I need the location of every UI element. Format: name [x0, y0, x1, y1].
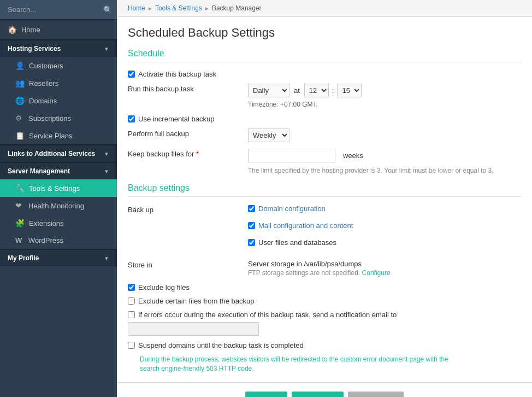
- sidebar-item-home[interactable]: 🏠 Home: [0, 20, 117, 39]
- sidebar-item-domains-label: Domains: [29, 97, 57, 105]
- links-arrow: ▼: [104, 151, 109, 157]
- breadcrumb-home[interactable]: Home: [128, 4, 145, 12]
- run-frequency-select[interactable]: Daily Weekly Monthly: [248, 84, 289, 97]
- exclude-log-checkbox[interactable]: [128, 284, 135, 291]
- store-in-ftp: FTP storage settings are not specified. …: [248, 269, 391, 277]
- suspend-row: Suspend domains until the backup task is…: [128, 341, 521, 349]
- domain-config-checkbox[interactable]: [248, 205, 255, 212]
- sidebar-section-links[interactable]: Links to Additional Services ▼: [0, 145, 117, 162]
- breadcrumb-tools[interactable]: Tools & Settings: [155, 4, 202, 12]
- suspend-label: Suspend domains until the backup task is…: [138, 341, 304, 349]
- sidebar-section-hosting-services[interactable]: Hosting Services ▼: [0, 40, 117, 57]
- backup-settings-title: Backup settings: [128, 183, 521, 197]
- mail-config-row: Mail configuration and content: [248, 221, 353, 230]
- sidebar-section-server-management[interactable]: Server Management ▼: [0, 162, 117, 179]
- at-text: at: [294, 86, 300, 95]
- notification-row: If errors occur during the execution of …: [128, 311, 521, 336]
- exclude-certain-row: Exclude certain files from the backup: [128, 297, 521, 305]
- ok-button[interactable]: OK: [245, 392, 287, 397]
- activate-checkbox[interactable]: [128, 71, 135, 78]
- required-star: *: [196, 150, 199, 158]
- keep-files-input[interactable]: 3: [248, 149, 335, 162]
- sidebar-item-health-monitoring[interactable]: ❤ Health Monitoring: [0, 197, 117, 214]
- sidebar-item-service-plans-label: Service Plans: [29, 132, 72, 140]
- sidebar-item-health-monitoring-label: Health Monitoring: [28, 202, 84, 210]
- exclude-log-row: Exclude log files: [128, 283, 521, 291]
- page-content: Scheduled Backup Settings Schedule Activ…: [117, 17, 532, 382]
- suspend-checkbox[interactable]: [128, 342, 135, 349]
- store-in-value-group: Server storage in /var/lib/psa/dumps FTP…: [248, 260, 391, 277]
- backup-options-group: Domain configuration Mail configuration …: [248, 205, 353, 252]
- timezone-text: Timezone: +07:00 GMT.: [248, 101, 434, 108]
- activate-row: Activate this backup task: [128, 70, 521, 78]
- domain-config-row: Domain configuration: [248, 205, 353, 213]
- hosting-services-arrow: ▼: [104, 46, 109, 52]
- mail-config-checkbox[interactable]: [248, 222, 255, 229]
- sidebar-item-subscriptions[interactable]: ⚙ Subscriptions: [0, 109, 117, 127]
- user-files-label: User files and databases: [258, 238, 336, 247]
- notification-label: If errors occur during the execution of …: [138, 311, 397, 319]
- sidebar-section-links-label: Links to Additional Services: [8, 150, 95, 157]
- breadcrumb-current: Backup Manager: [212, 4, 262, 12]
- sidebar-item-customers-label: Customers: [29, 62, 63, 70]
- exclude-certain-label: Exclude certain files from the backup: [138, 297, 254, 305]
- ftp-label: FTP storage settings are not specified.: [248, 269, 360, 277]
- notification-checkbox[interactable]: [128, 311, 135, 318]
- server-management-arrow: ▼: [104, 168, 109, 174]
- sidebar-item-service-plans[interactable]: 📋 Service Plans: [0, 127, 117, 144]
- incremental-checkbox[interactable]: [128, 115, 135, 122]
- schedule-section-title: Schedule: [128, 49, 521, 62]
- my-profile-arrow: ▼: [104, 255, 109, 261]
- mail-config-label: Mail configuration and content: [258, 221, 353, 230]
- sidebar-item-domains[interactable]: 🌐 Domains: [0, 92, 117, 109]
- sidebar-section-my-profile[interactable]: My Profile ▼: [0, 249, 117, 266]
- run-task-row: Run this backup task Daily Weekly Monthl…: [128, 84, 521, 108]
- health-monitoring-icon: ❤: [15, 201, 24, 210]
- breadcrumb-sep-2: ►: [204, 5, 210, 11]
- configure-link[interactable]: Configure: [362, 269, 391, 277]
- sidebar-item-customers[interactable]: 👤 Customers: [0, 57, 117, 74]
- minute-select[interactable]: 15 000510 202530 354045 5055: [337, 84, 362, 97]
- incremental-label: Use incremental backup: [138, 115, 214, 123]
- sidebar-home-label: Home: [21, 26, 40, 34]
- suspend-description: During the backup process, websites visi…: [140, 355, 468, 373]
- full-backup-select[interactable]: Weekly Daily Monthly: [248, 129, 289, 142]
- search-input[interactable]: [4, 3, 103, 16]
- footer-buttons: OK Apply Cancel: [117, 382, 532, 397]
- breadcrumb-sep-1: ►: [147, 5, 153, 11]
- sidebar-item-subscriptions-label: Subscriptions: [28, 114, 71, 122]
- customers-icon: 👤: [15, 61, 25, 70]
- store-in-label: Store in: [128, 260, 248, 269]
- sidebar-item-extensions[interactable]: 🧩 Extensions: [0, 214, 117, 232]
- activate-label: Activate this backup task: [138, 70, 216, 78]
- sidebar-item-tools-settings-label: Tools & Settings: [29, 184, 80, 192]
- apply-button[interactable]: Apply: [292, 392, 344, 397]
- keep-files-row: Keep backup files for * 3 weeks The limi…: [128, 149, 521, 174]
- full-backup-label: Perform full backup: [128, 129, 248, 138]
- limit-note: The limit specified by the hosting provi…: [248, 167, 494, 174]
- sidebar-item-resellers[interactable]: 👥 Resellers: [0, 74, 117, 92]
- cancel-button[interactable]: Cancel: [348, 392, 404, 397]
- exclude-certain-checkbox[interactable]: [128, 297, 135, 305]
- store-in-value: Server storage in /var/lib/psa/dumps: [248, 260, 391, 268]
- hour-select[interactable]: 12 00010203 04050607 08091011 13141516 1…: [304, 84, 329, 97]
- search-box[interactable]: 🔍: [0, 0, 117, 20]
- user-files-checkbox[interactable]: [248, 239, 255, 246]
- home-icon: 🏠: [8, 25, 17, 34]
- search-icon[interactable]: 🔍: [103, 5, 113, 14]
- sidebar: 🔍 🏠 Home Hosting Services ▼ 👤 Customers …: [0, 0, 117, 397]
- store-in-row: Store in Server storage in /var/lib/psa/…: [128, 260, 521, 277]
- sidebar-item-tools-settings[interactable]: 🔧 Tools & Settings: [0, 179, 117, 197]
- extensions-icon: 🧩: [15, 219, 25, 227]
- notification-email-input[interactable]: admin@ppu17-0.demo.pp.plesk.ru: [128, 322, 259, 336]
- sidebar-item-wordpress[interactable]: W WordPress: [0, 232, 117, 249]
- exclude-log-label: Exclude log files: [138, 283, 190, 291]
- keep-files-label: Keep backup files for *: [128, 149, 248, 158]
- sidebar-item-extensions-label: Extensions: [29, 219, 64, 227]
- user-files-row: User files and databases: [248, 238, 353, 247]
- sidebar-item-resellers-label: Resellers: [29, 79, 58, 87]
- sidebar-section-server-management-label: Server Management: [8, 167, 70, 175]
- backup-up-row: Back up Domain configuration Mail config…: [128, 205, 521, 252]
- backup-up-label: Back up: [128, 205, 248, 214]
- colon-text: :: [332, 86, 334, 95]
